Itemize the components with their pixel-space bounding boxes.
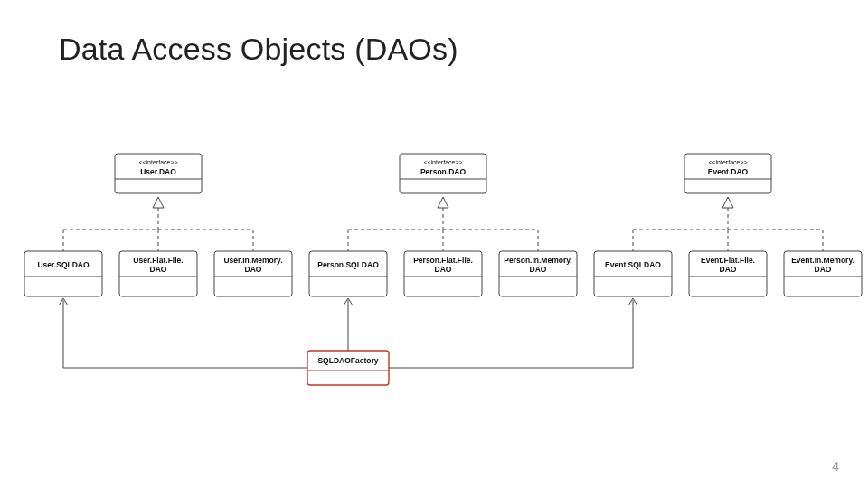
svg-text:SQLDAOFactory: SQLDAOFactory	[317, 356, 378, 365]
svg-rect-52	[594, 251, 672, 296]
svg-text:Person.DAO: Person.DAO	[420, 167, 466, 176]
svg-text:DAO: DAO	[815, 265, 832, 274]
svg-text:<<interface>>: <<interface>>	[423, 159, 462, 165]
interface-user-dao: <<interface>> User.DAO	[115, 154, 202, 193]
svg-text:Person.Flat.File.: Person.Flat.File.	[413, 256, 473, 265]
interface-event-dao: <<interface>> Event.DAO	[684, 154, 771, 193]
interface-person-dao: <<interface>> Person.DAO	[400, 154, 486, 193]
class-user-sqldao: User.SQLDAO	[24, 251, 102, 296]
svg-text:DAO: DAO	[530, 265, 547, 274]
class-event-inmemory-dao: Event.In.Memory. DAO	[784, 251, 862, 296]
class-user-inmemory-dao: User.In.Memory. DAO	[214, 251, 292, 296]
svg-text:Person.In.Memory.: Person.In.Memory.	[504, 256, 571, 265]
svg-text:User.Flat.File.: User.Flat.File.	[133, 256, 183, 265]
svg-text:DAO: DAO	[245, 265, 262, 274]
class-person-sqldao: Person.SQLDAO	[309, 251, 387, 296]
class-event-flatfile-dao: Event.Flat.File. DAO	[689, 251, 767, 296]
svg-text:Event.In.Memory.: Event.In.Memory.	[791, 256, 854, 265]
class-event-sqldao: Event.SQLDAO	[594, 251, 672, 296]
svg-rect-30	[24, 251, 102, 296]
svg-marker-12	[153, 197, 164, 208]
svg-text:<<interface>>: <<interface>>	[708, 159, 747, 165]
svg-text:DAO: DAO	[150, 265, 167, 274]
factory-sqldao: SQLDAOFactory	[307, 351, 389, 385]
svg-marker-14	[722, 197, 733, 208]
svg-text:DAO: DAO	[720, 265, 737, 274]
diagram-canvas: <<interface>> User.DAO <<interface>> Per…	[0, 0, 868, 488]
svg-text:User.DAO: User.DAO	[140, 167, 176, 176]
svg-text:<<interface>>: <<interface>>	[138, 159, 177, 165]
svg-text:Event.Flat.File.: Event.Flat.File.	[701, 256, 755, 265]
svg-text:Event.SQLDAO: Event.SQLDAO	[605, 260, 661, 269]
svg-text:User.In.Memory.: User.In.Memory.	[223, 256, 282, 265]
class-user-flatfile-dao: User.Flat.File. DAO	[119, 251, 197, 296]
class-person-inmemory-dao: Person.In.Memory. DAO	[499, 251, 577, 296]
svg-text:DAO: DAO	[435, 265, 452, 274]
svg-rect-41	[309, 251, 387, 296]
svg-text:User.SQLDAO: User.SQLDAO	[37, 260, 90, 269]
class-person-flatfile-dao: Person.Flat.File. DAO	[404, 251, 482, 296]
svg-marker-13	[438, 197, 448, 208]
svg-text:Event.DAO: Event.DAO	[708, 167, 749, 176]
svg-text:Person.SQLDAO: Person.SQLDAO	[317, 260, 379, 269]
